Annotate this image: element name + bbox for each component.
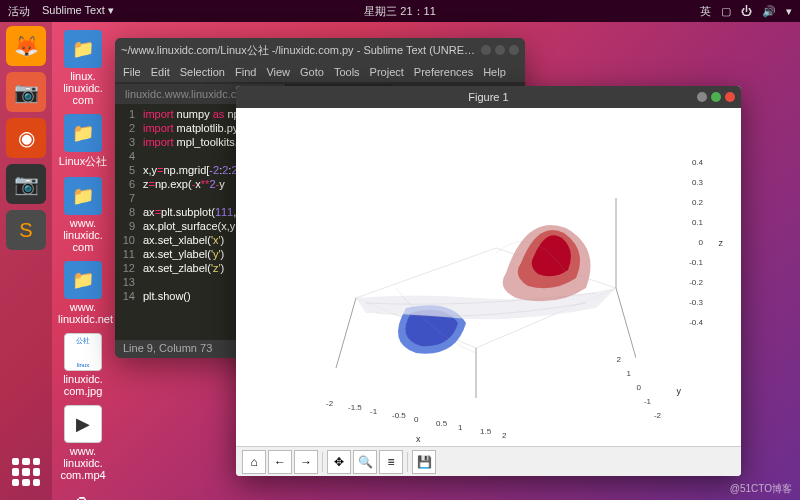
- z-tick: -0.3: [689, 298, 703, 307]
- x-tick: -1: [370, 407, 377, 416]
- menu-selection[interactable]: Selection: [180, 66, 225, 78]
- z-tick: 0.4: [692, 158, 703, 167]
- x-tick: 0.5: [436, 419, 447, 428]
- figure-titlebar[interactable]: Figure 1: [236, 86, 741, 108]
- home-button[interactable]: ⌂: [242, 450, 266, 474]
- ime-indicator[interactable]: 英: [700, 4, 711, 19]
- surface-plot: [316, 158, 636, 398]
- z-tick: -0.1: [689, 258, 703, 267]
- desktop-folder[interactable]: 📁www. linuxidc.net: [58, 261, 108, 325]
- dock: 🦊 📷 ◉ 📷 S: [0, 22, 52, 500]
- z-tick: 0.2: [692, 198, 703, 207]
- watermark: @51CTO博客: [730, 482, 792, 496]
- y-tick: 1: [627, 369, 631, 378]
- menu-view[interactable]: View: [266, 66, 290, 78]
- photos-icon[interactable]: 📷: [6, 164, 46, 204]
- activities-button[interactable]: 活动: [8, 4, 30, 19]
- x-axis-label: x: [416, 434, 421, 444]
- line-numbers: 1234567891011121314: [115, 104, 139, 340]
- camera-icon[interactable]: 📷: [6, 72, 46, 112]
- desktop-folder[interactable]: 📁Linux公社: [58, 114, 108, 169]
- x-tick: 2: [502, 431, 506, 440]
- sublime-titlebar[interactable]: ~/www.linuxidc.com/Linux公社 -/linuxidc.co…: [115, 38, 525, 62]
- z-tick: 0.1: [692, 218, 703, 227]
- clock[interactable]: 星期三 21：11: [269, 4, 530, 19]
- zoom-button[interactable]: 🔍: [353, 450, 377, 474]
- matplotlib-toolbar: ⌂ ← → ✥ 🔍 ≡ 💾: [236, 446, 741, 476]
- z-axis-label: z: [719, 238, 724, 248]
- maximize-button[interactable]: [711, 92, 721, 102]
- window-title: ~/www.linuxidc.com/Linux公社 -/linuxidc.co…: [121, 43, 481, 58]
- sublime-menubar: File Edit Selection Find View Goto Tools…: [115, 62, 525, 82]
- close-button[interactable]: [509, 45, 519, 55]
- save-button[interactable]: 💾: [412, 450, 436, 474]
- menu-goto[interactable]: Goto: [300, 66, 324, 78]
- sublime-icon[interactable]: S: [6, 210, 46, 250]
- z-tick: -0.2: [689, 278, 703, 287]
- menu-project[interactable]: Project: [370, 66, 404, 78]
- x-tick: 1: [458, 423, 462, 432]
- plot-area[interactable]: 0.4 0.3 0.2 0.1 0 -0.1 -0.2 -0.3 -0.4 z …: [236, 108, 741, 446]
- separator: [407, 452, 408, 472]
- menu-file[interactable]: File: [123, 66, 141, 78]
- svg-line-2: [616, 288, 636, 358]
- trash-icon[interactable]: 🗑回收站: [58, 489, 108, 500]
- desktop-icons: 📁linux. linuxidc. com 📁Linux公社 📁www. lin…: [58, 30, 108, 500]
- x-tick: 1.5: [480, 427, 491, 436]
- app-menu[interactable]: Sublime Text ▾: [42, 4, 114, 19]
- x-tick: -2: [326, 399, 333, 408]
- show-apps-button[interactable]: [6, 452, 46, 492]
- svg-line-1: [336, 298, 356, 368]
- x-tick: -1.5: [348, 403, 362, 412]
- back-button[interactable]: ←: [268, 450, 292, 474]
- z-tick: 0: [699, 238, 703, 247]
- menu-help[interactable]: Help: [483, 66, 506, 78]
- y-tick: 2: [617, 355, 621, 364]
- pan-button[interactable]: ✥: [327, 450, 351, 474]
- maximize-button[interactable]: [495, 45, 505, 55]
- matplotlib-window: Figure 1: [236, 86, 741, 476]
- menu-preferences[interactable]: Preferences: [414, 66, 473, 78]
- z-tick: -0.4: [689, 318, 703, 327]
- x-tick: -0.5: [392, 411, 406, 420]
- minimize-button[interactable]: [697, 92, 707, 102]
- top-panel: 活动 Sublime Text ▾ 星期三 21：11 英 ▢ ⏻ 🔊 ▾: [0, 0, 800, 22]
- z-tick: 0.3: [692, 178, 703, 187]
- firefox-icon[interactable]: 🦊: [6, 26, 46, 66]
- desktop-video[interactable]: ▶www. linuxidc. com.mp4: [58, 405, 108, 481]
- forward-button[interactable]: →: [294, 450, 318, 474]
- menu-tools[interactable]: Tools: [334, 66, 360, 78]
- tray-icon[interactable]: ▢: [721, 5, 731, 18]
- tray-icon[interactable]: ⏻: [741, 5, 752, 17]
- menu-edit[interactable]: Edit: [151, 66, 170, 78]
- close-button[interactable]: [725, 92, 735, 102]
- y-tick: 0: [637, 383, 641, 392]
- y-tick: -1: [644, 397, 651, 406]
- y-axis-label: y: [677, 386, 682, 396]
- y-tick: -2: [654, 411, 661, 420]
- ubuntu-software-icon[interactable]: ◉: [6, 118, 46, 158]
- system-menu[interactable]: ▾: [786, 5, 792, 18]
- configure-button[interactable]: ≡: [379, 450, 403, 474]
- menu-find[interactable]: Find: [235, 66, 256, 78]
- figure-title: Figure 1: [468, 91, 508, 103]
- tray-icon[interactable]: 🔊: [762, 5, 776, 18]
- minimize-button[interactable]: [481, 45, 491, 55]
- separator: [322, 452, 323, 472]
- desktop-folder[interactable]: 📁www. linuxidc. com: [58, 177, 108, 253]
- desktop-image[interactable]: 公社linuxlinuxidc. com.jpg: [58, 333, 108, 397]
- desktop-folder[interactable]: 📁linux. linuxidc. com: [58, 30, 108, 106]
- x-tick: 0: [414, 415, 418, 424]
